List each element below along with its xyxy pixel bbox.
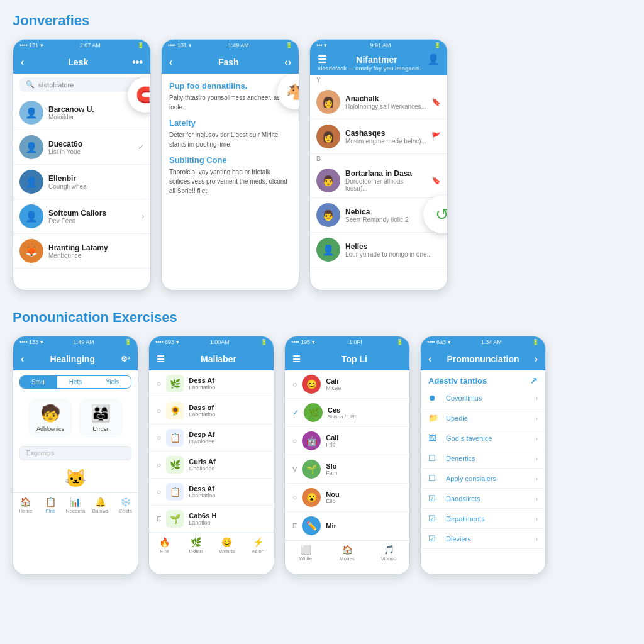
list-icon: 🌿 — [166, 375, 184, 392]
chat-item[interactable]: 👤 Helles Lour yulrade to nonigo in one..… — [310, 233, 447, 267]
more-icon[interactable]: ••• — [132, 57, 143, 68]
contact-item[interactable]: 👤 Duecat6o List in Youe ✓ — [13, 130, 150, 165]
section-jonverafies: Jonverafies 🧲 •••• 131 ▾ 2:07 AM 🔋 ‹ Les… — [13, 13, 631, 291]
image-icon: 🖼 — [428, 433, 441, 443]
contact-item[interactable]: 👤 Softcum Callors Dev Feed › — [13, 199, 150, 234]
segment-tabs: Smul Hets Yiels — [19, 375, 131, 389]
phone6-list: ○ 😊 Cali Micae ✓ 🌿 Ces Shisna / URI — [285, 370, 409, 540]
radio-off: ○ — [157, 433, 161, 442]
checkbox-empty-icon2: ☐ — [428, 474, 441, 483]
page-wrapper: Jonverafies 🧲 •••• 131 ▾ 2:07 AM 🔋 ‹ Les… — [13, 13, 631, 575]
seg-tab-yiels[interactable]: Yiels — [94, 376, 131, 388]
forward-icon[interactable]: › — [535, 353, 538, 365]
list-row[interactable]: ○ 🌻 Dass of Laontatloo — [149, 397, 274, 425]
list-row[interactable]: ○ 🤖 Cali Fric — [285, 427, 409, 455]
card-icon: 👨‍👩‍👧 — [91, 404, 111, 423]
phone6-nav-title: Top Li — [307, 354, 402, 364]
card-icon: 🧒 — [40, 404, 60, 423]
contact-item[interactable]: 🦊 Hranting Lafamy Menbounce — [13, 234, 150, 269]
settings-item[interactable]: ☐ Denertics › — [421, 448, 545, 469]
phone4-nav-title: Healinging — [24, 354, 121, 364]
hamburger-icon[interactable]: ☰ — [318, 53, 326, 65]
circle-icon: ⏺ — [428, 393, 441, 402]
hamburger-icon[interactable]: ☰ — [292, 354, 301, 364]
contact-sub: Moloilder — [48, 114, 144, 121]
tab-mohes[interactable]: 🏠 Mohes — [326, 543, 368, 563]
chevrons-icon[interactable]: ‹› — [284, 57, 291, 68]
list-icon: 🌿 — [166, 456, 184, 474]
contact-name: Barcanow U. — [48, 105, 144, 114]
avatar: 👩 — [316, 125, 340, 148]
bookmark-icon: 🔖 — [431, 176, 441, 185]
settings-item[interactable]: ☑ Dieviers › — [421, 529, 545, 549]
tab-fire[interactable]: 🔥 Fire — [149, 536, 180, 555]
contact-name: Hranting Lafamy — [48, 243, 144, 252]
phones-row-2: •••• 133 ▾ 1:49 AM 🔋 ‹ Healinging ⚙² Smu… — [13, 336, 631, 575]
phone5-nav: ☰ Maliaber — [149, 348, 274, 370]
contact-item[interactable]: 👤 Ellenbir Coungli whea — [13, 165, 150, 199]
card-item[interactable]: 🧒 Adhloenics — [28, 399, 72, 437]
settings-item[interactable]: ☑ Depatiments › — [421, 509, 545, 529]
card-item[interactable]: 👨‍👩‍👧 Urrder — [79, 399, 123, 437]
seg-tab-hets[interactable]: Hets — [57, 376, 94, 388]
tab-bulows[interactable]: 🔔 Bulows — [88, 496, 113, 515]
settings-item[interactable]: 🖼 God s tavenice › — [421, 428, 545, 448]
avatar: 👤 — [19, 101, 43, 125]
list-row[interactable]: ○ 🌿 Dess Af Laontatloo — [149, 370, 274, 397]
radio-off: ○ — [157, 379, 161, 388]
radio-off: ○ — [292, 493, 297, 502]
list-row[interactable]: E 🌱 Cab6s H Lanotloo — [149, 506, 274, 533]
tab-home[interactable]: 🏠 Home — [13, 496, 38, 515]
list-row[interactable]: E ✏️ Mir — [285, 512, 409, 540]
tab-wohrts[interactable]: 😊 Wohrts — [211, 536, 243, 555]
search-input[interactable]: Exgemips — [19, 446, 131, 460]
settings-item[interactable]: ⏺ Covonlimus › — [421, 388, 545, 408]
list-row[interactable]: ○ 😮 Nou Ello — [285, 484, 409, 512]
avatar: 😊 — [302, 375, 321, 394]
phone3-nav-title: Nifantmer — [326, 55, 427, 65]
home-icon: 🏠 — [20, 497, 31, 507]
tab-white[interactable]: ⬜ White — [285, 543, 326, 563]
avatar: 👩 — [316, 90, 340, 114]
settings-item[interactable]: ☐ Apply consialers › — [421, 469, 545, 489]
arrow-right-icon: ↗ — [530, 375, 538, 386]
tab-nocbera[interactable]: 📊 Nocbera — [63, 496, 88, 515]
phone1-contacts: 🧲 •••• 131 ▾ 2:07 AM 🔋 ‹ Lesk ••• 🔍 stst… — [13, 39, 151, 291]
chat-item[interactable]: 👩 Cashasqes Moslm engme mede belnc)... 🚩 — [310, 119, 447, 154]
avatar: 🌱 — [302, 460, 321, 479]
horse-icon: 🐴 — [286, 83, 299, 101]
seg-tab-smul[interactable]: Smul — [20, 376, 57, 388]
phone5-maliaber: •••• 693 ▾ 1:00AM 🔋 ☰ Maliaber ○ 🌿 Dess … — [148, 336, 274, 575]
phone1-search[interactable]: 🔍 ststolcatore — [19, 77, 144, 92]
hamburger-icon[interactable]: ☰ — [157, 354, 165, 364]
list-row[interactable]: ✓ 🌿 Ces Shisna / URI — [285, 399, 409, 427]
list-row[interactable]: ○ 🌿 Curis Af Gnoliadee — [149, 452, 274, 479]
tab-vihooo[interactable]: 🎵 Vihooo — [368, 543, 409, 563]
tab-bar-phone4: 🏠 Home 📋 Fins 📊 Nocbera 🔔 Bulows — [13, 492, 138, 518]
list-row[interactable]: ○ 📋 Desp Af Inwolodee — [149, 425, 274, 452]
avatar: ✏️ — [302, 516, 321, 535]
tab-fins[interactable]: 📋 Fins — [38, 496, 64, 515]
chat-item[interactable]: 👨 Bortarlana in Dasa Dorootoomer all iou… — [310, 164, 447, 198]
avatar: 👤 — [19, 135, 43, 159]
chat-item[interactable]: 👩 Anachalk Hololnoingy sail werkances...… — [310, 85, 447, 119]
phone3-status: ••• ▾ 9:91 AM 🔋 — [310, 40, 447, 51]
list-row[interactable]: V 🌱 Slo Fam — [285, 455, 409, 484]
list-row[interactable]: ○ 😊 Cali Micae — [285, 370, 409, 399]
settings-item[interactable]: ☑ Daodsiircts › — [421, 489, 545, 509]
tab-indian[interactable]: 🌿 Indian — [180, 536, 212, 555]
white-icon: ⬜ — [301, 545, 311, 555]
contact-name: Softcum Callors — [48, 209, 136, 218]
radio-off: ○ — [292, 436, 297, 445]
lightning-icon: ⚡ — [253, 537, 264, 547]
tab-acion[interactable]: ⚡ Acion — [243, 536, 274, 555]
settings-item[interactable]: 📁 Upedie › — [421, 408, 545, 428]
phone2-nav-title: Fash — [172, 57, 284, 67]
filter-icon[interactable]: ⚙² — [121, 355, 130, 364]
list-row[interactable]: ○ 📋 Dess Af Laontatloo — [149, 479, 274, 506]
smile-icon: 😊 — [221, 537, 232, 547]
avatar-icon[interactable]: 👤 — [427, 53, 440, 65]
tab-colds[interactable]: ❄️ Colds — [113, 496, 138, 515]
contact-info: Barcanow U. Moloilder — [48, 105, 144, 121]
phone3-nav: ☰ Nifantmer 👤 xlesdefack — omely foy you… — [310, 51, 447, 75]
